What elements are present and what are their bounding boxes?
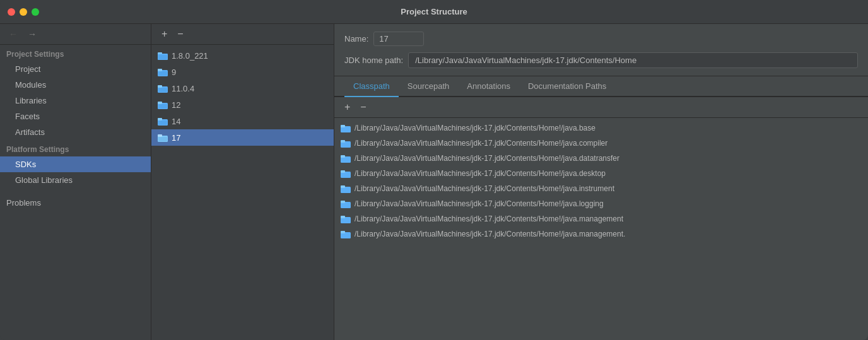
platform-settings-section: Platform Settings [0,140,151,156]
folder-icon [158,100,168,110]
window-controls [8,8,39,16]
folder-icon [341,199,351,209]
name-label: Name: [344,34,368,44]
svg-rect-34 [341,231,345,233]
sdk-add-button[interactable]: + [158,28,171,40]
sdk-item-label: 12 [172,100,180,110]
classpath-item[interactable]: /Library/Java/JavaVirtualMachines/jdk-17… [334,136,868,151]
svg-rect-32 [341,216,345,218]
tab-annotations[interactable]: Annotations [458,76,519,97]
folder-icon [158,116,168,126]
sdk-item-9[interactable]: 9 [151,64,334,80]
jdk-path-input[interactable] [408,52,858,68]
classpath-item[interactable]: /Library/Java/JavaVirtualMachines/jdk-17… [334,226,868,242]
classpath-path: /Library/Java/JavaVirtualMachines/jdk-17… [355,199,604,208]
name-field-row: Name: [344,32,858,46]
svg-rect-28 [341,185,345,188]
sdk-item-12[interactable]: 12 [151,97,334,113]
sidebar-item-artifacts[interactable]: Artifacts [0,124,151,140]
maximize-button[interactable] [32,8,39,16]
svg-rect-22 [341,140,345,143]
svg-rect-18 [158,137,167,141]
svg-rect-14 [158,118,162,120]
svg-rect-12 [158,104,167,108]
window-title: Project Structure [401,7,467,16]
folder-icon [341,184,351,194]
classpath-toolbar: + − [334,97,868,118]
sdk-toolbar: + − [151,24,334,45]
classpath-path: /Library/Java/JavaVirtualMachines/jdk-17… [355,230,625,238]
close-button[interactable] [8,8,15,16]
sdk-item-label: 14 [172,117,180,126]
classpath-path: /Library/Java/JavaVirtualMachines/jdk-17… [355,214,623,223]
classpath-item[interactable]: /Library/Java/JavaVirtualMachines/jdk-17… [334,211,868,226]
folder-icon [341,138,351,148]
folder-icon [158,67,168,77]
tab-sourcepath[interactable]: Sourcepath [399,76,459,97]
folder-icon [341,153,351,163]
tab-documentation-paths[interactable]: Documentation Paths [519,76,615,97]
sidebar-nav: ← → [0,24,151,45]
folder-icon [341,214,351,224]
folder-icon [341,123,351,133]
jdk-path-label: JDK home path: [344,56,403,65]
svg-rect-24 [341,155,345,158]
svg-rect-6 [158,71,167,76]
sdk-panel: + − 1.8.0_221 [151,24,334,340]
svg-rect-20 [341,125,345,127]
folder-icon [158,83,168,93]
svg-rect-8 [158,85,162,88]
sdk-remove-button[interactable]: − [173,28,187,40]
svg-rect-26 [341,170,345,173]
sidebar: ← → Project Settings Project Modules Lib… [0,24,151,340]
folder-icon [341,229,351,239]
minimize-button[interactable] [20,8,27,16]
folder-icon [158,132,168,143]
classpath-path: /Library/Java/JavaVirtualMachines/jdk-17… [355,124,595,132]
details-header: Name: JDK home path: [334,24,868,76]
classpath-item[interactable]: /Library/Java/JavaVirtualMachines/jdk-17… [334,181,868,196]
classpath-item[interactable]: /Library/Java/JavaVirtualMachines/jdk-17… [334,151,868,166]
sidebar-item-global-libraries[interactable]: Global Libraries [0,172,151,188]
tab-classpath[interactable]: Classpath [344,76,399,97]
sidebar-item-facets[interactable]: Facets [0,108,151,124]
name-input[interactable] [373,32,424,46]
classpath-path: /Library/Java/JavaVirtualMachines/jdk-17… [355,169,606,178]
svg-rect-3 [158,55,167,59]
sdk-item-label: 1.8.0_221 [172,51,208,61]
sidebar-item-sdks[interactable]: SDKs [0,156,151,172]
forward-button[interactable]: → [25,28,39,40]
classpath-remove-button[interactable]: − [356,101,370,114]
sdk-item-17[interactable]: 17 [151,129,334,146]
back-button[interactable]: ← [6,28,20,40]
sidebar-item-modules[interactable]: Modules [0,77,151,93]
folder-icon [158,50,168,61]
sdk-list: 1.8.0_221 9 [151,45,334,340]
svg-rect-30 [341,201,345,203]
svg-rect-11 [158,102,162,104]
classpath-item[interactable]: /Library/Java/JavaVirtualMachines/jdk-17… [334,120,868,136]
folder-icon [341,168,351,179]
svg-rect-5 [158,69,162,71]
jdk-path-field-row: JDK home path: [344,52,858,68]
sidebar-item-libraries[interactable]: Libraries [0,93,151,108]
svg-rect-17 [158,134,162,137]
sdk-item-11.0.4[interactable]: 11.0.4 [151,80,334,97]
sidebar-item-project[interactable]: Project [0,61,151,77]
classpath-item[interactable]: /Library/Java/JavaVirtualMachines/jdk-17… [334,196,868,211]
svg-rect-9 [158,88,167,92]
tabs-bar: Classpath Sourcepath Annotations Documen… [334,76,868,97]
project-settings-section: Project Settings [0,45,151,61]
classpath-path: /Library/Java/JavaVirtualMachines/jdk-17… [355,154,619,163]
sidebar-item-problems[interactable]: Problems [0,193,151,213]
details-panel: Name: JDK home path: Classpath Sourcepat… [334,24,868,340]
sdk-item-label: 11.0.4 [172,84,194,93]
classpath-path: /Library/Java/JavaVirtualMachines/jdk-17… [355,139,607,148]
classpath-add-button[interactable]: + [341,101,354,114]
sdk-item-label: 17 [172,133,180,143]
sdk-item-14[interactable]: 14 [151,113,334,129]
classpath-path: /Library/Java/JavaVirtualMachines/jdk-17… [355,184,614,193]
titlebar: Project Structure [0,0,868,24]
classpath-item[interactable]: /Library/Java/JavaVirtualMachines/jdk-17… [334,166,868,181]
sdk-item-1.8.0_221[interactable]: 1.8.0_221 [151,47,334,64]
